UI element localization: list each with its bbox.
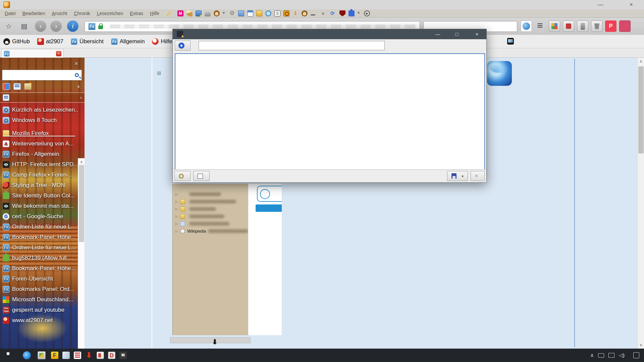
monkey-icon[interactable] xyxy=(302,10,308,16)
save-dropdown-caret[interactable]: ▾ xyxy=(462,174,464,178)
sidebar-item[interactable]: HTTP: Firefox lernt SPD... xyxy=(0,159,78,170)
start-button[interactable] xyxy=(0,349,19,362)
display-icon[interactable] xyxy=(608,353,614,358)
taskbar-pin-notepad[interactable] xyxy=(60,349,72,362)
scroll-down-icon[interactable]: ∨ xyxy=(638,343,644,347)
post-number[interactable] xyxy=(157,70,161,75)
expander-icon[interactable]: ▷ xyxy=(175,207,178,211)
sidebar-item[interactable]: Bookmark-Panel: Höhe... xyxy=(0,263,78,274)
preview-button[interactable] xyxy=(174,171,191,181)
scroll-up-icon[interactable]: ∧ xyxy=(78,160,85,164)
battery-icon[interactable] xyxy=(598,353,604,358)
window-minimize-button[interactable]: — xyxy=(594,1,607,9)
tree-row[interactable]: ▷ xyxy=(173,198,248,205)
refresh-icon[interactable] xyxy=(330,10,336,16)
download-arrow-icon[interactable] xyxy=(292,10,299,16)
sidebar-item[interactable]: Bookmarks Panel: Ord... xyxy=(0,284,78,294)
cookie-jar-button[interactable] xyxy=(577,20,588,32)
ublock-shield-icon[interactable] xyxy=(339,10,345,16)
thread-info-box[interactable] xyxy=(257,186,282,202)
greasemonkey-icon[interactable] xyxy=(214,10,220,16)
profile-bust-icon[interactable] xyxy=(205,10,211,16)
sidebar-item[interactable]: cert - Google-Suche xyxy=(0,211,78,222)
sidebar-item[interactable]: Weiterverteilung von A... xyxy=(0,138,78,149)
tree-row[interactable]: ▷ xyxy=(173,205,248,213)
tree-row[interactable]: ▷ xyxy=(173,190,248,198)
css-code-editor[interactable] xyxy=(175,53,485,170)
dialog-minimize-button[interactable]: — xyxy=(433,31,443,37)
tray-chevron-up-icon[interactable]: ∧ xyxy=(590,352,594,358)
sidebar-item[interactable]: Firefox - Allgemein xyxy=(0,149,78,159)
sidebar-item[interactable]: Camp Firefox • Foren-... xyxy=(0,170,78,180)
forward-button[interactable]: › xyxy=(50,20,62,32)
star-folder-icon[interactable] xyxy=(24,83,32,90)
panel-view-icon[interactable] xyxy=(3,83,10,90)
notification-center-icon[interactable] xyxy=(633,352,639,358)
scroll-up-icon[interactable]: ∧ xyxy=(638,59,644,64)
bookmarks-panel-icon[interactable]: ▤ xyxy=(17,20,31,32)
bookmark-item[interactable]: at2907 xyxy=(37,38,63,45)
speaker-icon[interactable]: ◁) xyxy=(619,352,625,358)
scroll-down-arrow-icon[interactable]: ⬇ xyxy=(212,338,218,346)
sidebar-item[interactable]: gesperrt auf youtube xyxy=(0,305,78,315)
screenshot-button[interactable] xyxy=(563,20,574,32)
window-close-button[interactable]: × xyxy=(625,1,638,9)
script-name-input[interactable] xyxy=(199,41,385,50)
tree-row[interactable]: ▷ Wikipedia xyxy=(173,227,248,235)
addon-pink-button[interactable] xyxy=(619,20,631,32)
new-tab-button[interactable] xyxy=(66,49,76,58)
chevron-down-icon[interactable] xyxy=(223,10,226,16)
sidebar-item[interactable]: Kürzlich als Lesezeichen... xyxy=(0,105,78,115)
bookmark-star-icon[interactable]: ☆ xyxy=(2,20,15,32)
zoom-out-icon[interactable] xyxy=(311,14,315,15)
apps-grid-button[interactable] xyxy=(549,20,560,32)
zoom-in-icon[interactable] xyxy=(321,10,327,16)
page-scrollbar[interactable]: ∧ ∨ xyxy=(637,58,644,349)
close-button[interactable]: × xyxy=(471,171,485,181)
browser-logo-button[interactable] xyxy=(521,20,532,32)
menu-item[interactable]: Hilfe xyxy=(150,11,159,16)
taskbar-pin-camera[interactable] xyxy=(117,349,129,362)
menu-item[interactable]: Lesezeichen xyxy=(97,11,123,16)
bookmark-item-mediathek[interactable] xyxy=(507,38,514,45)
back-button[interactable]: ‹ xyxy=(35,20,46,32)
addon-puzzle-icon[interactable] xyxy=(348,10,355,16)
addon-m-icon[interactable] xyxy=(177,10,183,16)
pocket-button[interactable] xyxy=(605,20,616,32)
bookmark-item[interactable]: GitHub xyxy=(3,38,30,45)
window-star-icon[interactable] xyxy=(196,10,202,16)
save-button[interactable]: ▾ xyxy=(447,171,468,181)
preview-off-button[interactable] xyxy=(193,171,210,181)
dialog-maximize-button[interactable]: □ xyxy=(452,31,462,37)
taskbar-pin-download[interactable] xyxy=(83,349,95,362)
menu-item[interactable]: Ansicht xyxy=(52,11,67,16)
play-icon[interactable] xyxy=(364,10,370,16)
taskbar-pin-d[interactable] xyxy=(106,349,117,362)
gear-icon[interactable] xyxy=(229,10,235,16)
list-view-icon[interactable] xyxy=(13,83,21,90)
sidebar-item[interactable]: Ordner-Liste für neue L... xyxy=(0,222,78,232)
sidebar-search-box[interactable] xyxy=(2,70,82,80)
sidebar-item[interactable]: Microsoft Deutschland... xyxy=(0,294,78,305)
open-folder-icon[interactable] xyxy=(256,10,262,16)
tree-row[interactable]: ▷ xyxy=(173,220,248,227)
expander-icon[interactable]: ▷ xyxy=(175,222,178,226)
sidebar-scrollbar[interactable]: ∧ ∨ xyxy=(78,158,85,349)
sidebar-item[interactable]: Wie bekommt man sta... xyxy=(0,201,78,211)
taskbar-pin-book[interactable] xyxy=(72,349,83,362)
hamburger-menu-icon[interactable] xyxy=(535,20,546,32)
sidebar-item[interactable]: Windows 8 Touch xyxy=(0,115,78,125)
tab-sidebar-hintergrund[interactable]: × xyxy=(1,49,64,58)
brush-icon[interactable] xyxy=(186,10,193,16)
sidebar-item[interactable]: Bookmark-Panel: Höhe... xyxy=(0,232,78,242)
sidebar-item[interactable]: www.at2907.net xyxy=(0,315,78,325)
sidebar-item[interactable]: Foren-Übersicht xyxy=(0,274,78,284)
bookmark-item[interactable]: Hilfe xyxy=(152,38,172,45)
horizontal-scrollbar[interactable] xyxy=(170,337,251,343)
expander-icon[interactable]: ▷ xyxy=(175,200,178,203)
taskbar-pin-f[interactable] xyxy=(49,349,60,362)
menu-item[interactable]: Chronik xyxy=(74,11,90,16)
tab-close-icon[interactable]: × xyxy=(56,51,61,56)
scrollbar-thumb[interactable] xyxy=(638,66,644,154)
menu-item[interactable]: Bearbeiten xyxy=(22,11,45,16)
